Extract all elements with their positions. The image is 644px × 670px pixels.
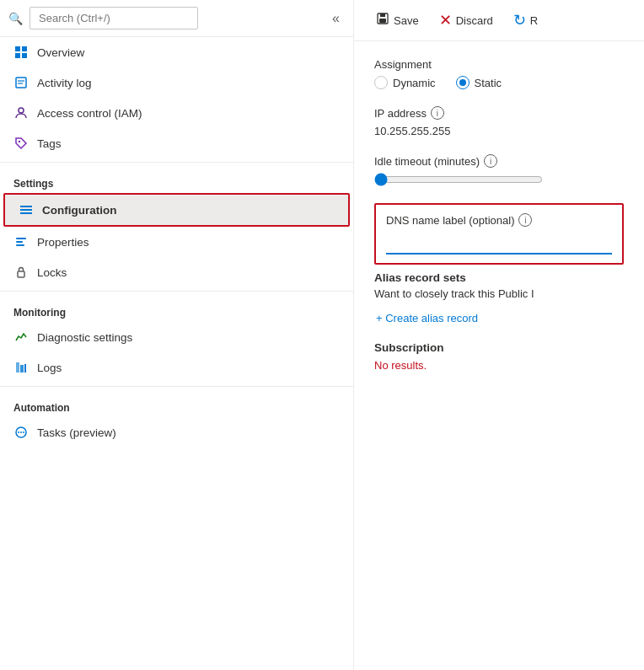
svg-rect-17 bbox=[20, 365, 24, 373]
static-label: Static bbox=[475, 77, 502, 89]
alias-record-sets-section: Alias record sets Want to closely track … bbox=[374, 271, 624, 324]
svg-rect-10 bbox=[20, 209, 32, 211]
svg-rect-0 bbox=[15, 46, 20, 51]
sidebar-item-diagnostic-settings[interactable]: Diagnostic settings bbox=[0, 322, 353, 352]
search-input[interactable] bbox=[30, 7, 198, 29]
collapse-button[interactable]: « bbox=[327, 9, 345, 28]
sidebar-item-tasks-label: Tasks (preview) bbox=[37, 426, 116, 439]
svg-point-22 bbox=[23, 431, 24, 433]
assignment-radio-group: Dynamic Static bbox=[374, 76, 624, 89]
discard-icon: ✕ bbox=[439, 11, 452, 29]
svg-rect-11 bbox=[20, 212, 32, 214]
assignment-label: Assignment bbox=[374, 58, 624, 71]
iam-icon bbox=[13, 105, 29, 121]
divider-automation bbox=[0, 386, 353, 387]
svg-rect-16 bbox=[16, 362, 19, 373]
sidebar-item-access-control-label: Access control (IAM) bbox=[37, 107, 142, 120]
toolbar: Save ✕ Discard ↻ R bbox=[354, 0, 644, 41]
settings-section-label: Settings bbox=[0, 166, 353, 193]
alias-section-title: Alias record sets bbox=[374, 271, 624, 284]
dynamic-radio-option[interactable]: Dynamic bbox=[374, 76, 436, 89]
automation-section-label: Automation bbox=[0, 390, 353, 417]
assignment-field-group: Assignment Dynamic Static bbox=[374, 58, 624, 89]
svg-rect-18 bbox=[24, 364, 26, 373]
alias-link-label: + Create alias record bbox=[376, 312, 478, 324]
sidebar-item-properties-label: Properties bbox=[37, 236, 89, 249]
logs-icon bbox=[13, 360, 29, 375]
save-icon bbox=[376, 12, 389, 29]
idle-timeout-label: Idle timeout (minutes) i bbox=[374, 154, 624, 168]
svg-point-7 bbox=[19, 108, 24, 113]
sidebar-item-locks[interactable]: Locks bbox=[0, 257, 353, 287]
static-radio-option[interactable]: Static bbox=[456, 76, 502, 89]
alias-section-description: Want to closely track this Public I bbox=[374, 287, 624, 300]
sidebar-item-overview-label: Overview bbox=[37, 46, 84, 59]
dns-label: DNS name label (optional) i bbox=[386, 213, 612, 227]
main-panel: Save ✕ Discard ↻ R Assignment Dynamic S bbox=[354, 0, 644, 670]
dns-info-icon[interactable]: i bbox=[518, 213, 532, 227]
sidebar-item-access-control[interactable]: Access control (IAM) bbox=[0, 98, 353, 128]
configuration-icon bbox=[19, 202, 34, 217]
static-radio-circle bbox=[456, 76, 470, 89]
divider-monitoring bbox=[0, 291, 353, 292]
svg-point-8 bbox=[19, 141, 20, 142]
svg-rect-13 bbox=[16, 241, 23, 243]
svg-rect-4 bbox=[16, 78, 26, 88]
subscription-title: Subscription bbox=[374, 341, 624, 354]
svg-point-21 bbox=[20, 431, 22, 433]
ip-address-value: 10.255.255.255 bbox=[374, 125, 624, 137]
refresh-label: R bbox=[530, 14, 538, 27]
svg-rect-12 bbox=[16, 238, 26, 239]
sidebar-item-logs[interactable]: Logs bbox=[0, 352, 353, 383]
svg-rect-15 bbox=[18, 271, 24, 277]
slider-container bbox=[374, 173, 624, 186]
svg-rect-2 bbox=[15, 53, 20, 58]
ip-address-label: IP address i bbox=[374, 106, 624, 120]
discard-label: Discard bbox=[456, 14, 493, 27]
divider-settings bbox=[0, 162, 353, 163]
svg-point-20 bbox=[18, 431, 19, 433]
search-bar: 🔍 « bbox=[0, 0, 353, 37]
diagnostic-icon bbox=[13, 330, 29, 345]
refresh-button[interactable]: ↻ R bbox=[505, 7, 546, 34]
ip-address-field-group: IP address i 10.255.255.255 bbox=[374, 106, 624, 137]
discard-button[interactable]: ✕ Discard bbox=[431, 7, 502, 34]
svg-rect-3 bbox=[22, 53, 27, 58]
idle-timeout-field-group: Idle timeout (minutes) i bbox=[374, 154, 624, 186]
idle-timeout-slider[interactable] bbox=[374, 173, 543, 186]
content-area: Assignment Dynamic Static IP address i 1… bbox=[354, 41, 644, 670]
subscription-section: Subscription No results. bbox=[374, 341, 624, 372]
idle-timeout-info-icon[interactable]: i bbox=[484, 154, 497, 168]
lock-icon bbox=[13, 265, 29, 280]
sidebar-item-activity-log-label: Activity log bbox=[37, 77, 92, 89]
dns-field-box: DNS name label (optional) i bbox=[374, 203, 624, 265]
sidebar-item-properties[interactable]: Properties bbox=[0, 227, 353, 257]
search-icon: 🔍 bbox=[8, 12, 23, 25]
sidebar-item-tags[interactable]: Tags bbox=[0, 128, 353, 158]
nav-list: Overview Activity log Access control (IA… bbox=[0, 37, 353, 448]
sidebar-item-overview[interactable]: Overview bbox=[0, 37, 353, 67]
sidebar-item-configuration[interactable]: Configuration bbox=[5, 195, 348, 225]
no-results-label: No results. bbox=[374, 359, 624, 372]
tasks-icon bbox=[13, 425, 29, 440]
sidebar-item-configuration-label: Configuration bbox=[42, 204, 116, 217]
sidebar-item-tags-label: Tags bbox=[37, 137, 62, 150]
monitoring-section-label: Monitoring bbox=[0, 295, 353, 322]
ip-address-info-icon[interactable]: i bbox=[431, 106, 444, 120]
sidebar-item-locks-label: Locks bbox=[37, 266, 67, 279]
dns-name-input[interactable] bbox=[386, 233, 612, 255]
save-button[interactable]: Save bbox=[368, 8, 427, 33]
svg-rect-14 bbox=[16, 244, 24, 246]
svg-rect-1 bbox=[22, 46, 27, 51]
dynamic-label: Dynamic bbox=[393, 77, 436, 89]
sidebar-item-tasks[interactable]: Tasks (preview) bbox=[0, 417, 353, 448]
tags-icon bbox=[13, 136, 29, 151]
sidebar: 🔍 « Overview Activity log bbox=[0, 0, 354, 670]
properties-icon bbox=[13, 234, 29, 249]
svg-rect-24 bbox=[380, 13, 385, 17]
sidebar-item-activity-log[interactable]: Activity log bbox=[0, 67, 353, 98]
sidebar-item-diagnostic-settings-label: Diagnostic settings bbox=[37, 331, 132, 344]
svg-rect-25 bbox=[379, 19, 386, 23]
create-alias-record-link[interactable]: + Create alias record bbox=[374, 312, 478, 324]
dynamic-radio-circle bbox=[374, 76, 388, 89]
